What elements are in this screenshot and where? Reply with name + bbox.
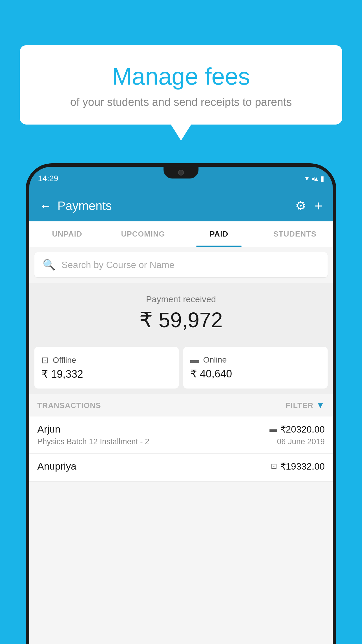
online-card: ▬ Online ₹ 40,640 bbox=[183, 347, 328, 388]
tab-paid[interactable]: PAID bbox=[181, 221, 257, 247]
payment-card-icon: ▬ bbox=[270, 425, 277, 434]
transaction-row[interactable]: Anupriya ⊡ ₹19332.00 bbox=[29, 454, 333, 482]
screen: ← Payments ⚙ + UNPAID UPCOMING PAID STUD… bbox=[29, 190, 333, 644]
status-icons: ▾ ◂▴ ▮ bbox=[305, 174, 324, 183]
offline-label: Offline bbox=[53, 356, 76, 365]
header-title: Payments bbox=[57, 199, 112, 213]
settings-icon[interactable]: ⚙ bbox=[295, 199, 306, 213]
tab-unpaid[interactable]: UNPAID bbox=[29, 221, 105, 247]
transaction-bottom: Physics Batch 12 Installment - 2 06 June… bbox=[37, 437, 325, 446]
offline-card: ⊡ Offline ₹ 19,332 bbox=[34, 347, 179, 388]
transactions-label: TRANSACTIONS bbox=[37, 401, 101, 410]
filter-label: FILTER bbox=[286, 401, 313, 410]
offline-card-header: ⊡ Offline bbox=[41, 355, 172, 365]
tab-bar: UNPAID UPCOMING PAID STUDENTS bbox=[29, 221, 333, 247]
transaction-date: 06 June 2019 bbox=[277, 437, 325, 446]
cash-icon: ⊡ bbox=[41, 355, 49, 365]
transaction-course: Physics Batch 12 Installment - 2 bbox=[37, 437, 149, 446]
wifi-icon: ▾ bbox=[305, 174, 309, 183]
online-card-header: ▬ Online bbox=[190, 355, 321, 365]
header-left: ← Payments bbox=[39, 199, 112, 213]
tab-upcoming[interactable]: UPCOMING bbox=[105, 221, 181, 247]
status-bar: 14:29 ▾ ◂▴ ▮ bbox=[29, 167, 333, 190]
filter-button[interactable]: FILTER ▼ bbox=[286, 401, 325, 410]
online-label: Online bbox=[203, 355, 227, 365]
camera bbox=[178, 170, 184, 176]
search-bar[interactable]: 🔍 Search by Course or Name bbox=[34, 252, 328, 277]
bubble-title: Manage fees bbox=[37, 63, 325, 90]
filter-icon: ▼ bbox=[316, 401, 325, 410]
offline-amount: ₹ 19,332 bbox=[41, 368, 172, 380]
payment-amount: ₹ 59,972 bbox=[35, 308, 327, 332]
app-header: ← Payments ⚙ + bbox=[29, 190, 333, 221]
phone-frame: 14:29 ▾ ◂▴ ▮ ← Payments ⚙ + UNPAID bbox=[26, 163, 336, 644]
speech-bubble: Manage fees of your students and send re… bbox=[20, 45, 342, 125]
status-time: 14:29 bbox=[38, 174, 58, 183]
transaction-amount-value: ₹19332.00 bbox=[280, 461, 325, 472]
search-icon: 🔍 bbox=[43, 259, 56, 271]
transaction-top: Anupriya ⊡ ₹19332.00 bbox=[37, 461, 325, 472]
transaction-top: Arjun ▬ ₹20320.00 bbox=[37, 424, 325, 435]
transaction-amount: ▬ ₹20320.00 bbox=[270, 424, 325, 435]
card-icon: ▬ bbox=[190, 355, 199, 365]
signal-icon: ◂▴ bbox=[311, 174, 318, 183]
speech-bubble-container: Manage fees of your students and send re… bbox=[20, 45, 342, 125]
online-amount: ₹ 40,640 bbox=[190, 368, 321, 380]
transaction-name: Anupriya bbox=[37, 461, 76, 472]
battery-icon: ▮ bbox=[320, 174, 324, 183]
transaction-amount-value: ₹20320.00 bbox=[280, 424, 325, 435]
payment-received-label: Payment received bbox=[35, 294, 327, 304]
transactions-header: TRANSACTIONS FILTER ▼ bbox=[29, 394, 333, 416]
header-right: ⚙ + bbox=[295, 198, 323, 214]
back-button[interactable]: ← bbox=[39, 199, 52, 213]
transaction-amount: ⊡ ₹19332.00 bbox=[271, 461, 325, 472]
payment-summary: Payment received ₹ 59,972 bbox=[29, 283, 333, 341]
transaction-row[interactable]: Arjun ▬ ₹20320.00 Physics Batch 12 Insta… bbox=[29, 416, 333, 454]
payment-cards: ⊡ Offline ₹ 19,332 ▬ Online ₹ 40,640 bbox=[29, 341, 333, 394]
tab-students[interactable]: STUDENTS bbox=[257, 221, 333, 247]
search-placeholder: Search by Course or Name bbox=[61, 260, 175, 270]
add-icon[interactable]: + bbox=[314, 198, 323, 214]
notch bbox=[164, 167, 198, 178]
transaction-name: Arjun bbox=[37, 424, 60, 435]
bubble-subtitle: of your students and send receipts to pa… bbox=[37, 96, 325, 108]
payment-cash-icon: ⊡ bbox=[271, 462, 277, 471]
